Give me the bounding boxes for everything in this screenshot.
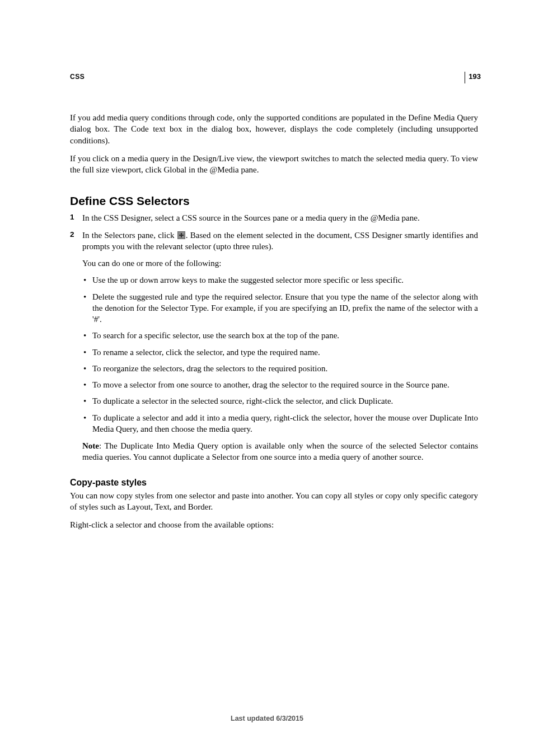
step-number: 2: [70, 230, 74, 240]
list-item: To search for a specific selector, use t…: [82, 330, 478, 341]
numbered-steps: 1 In the CSS Designer, select a CSS sour…: [70, 212, 478, 269]
step-1: 1 In the CSS Designer, select a CSS sour…: [70, 212, 478, 223]
step-2-follow: You can do one or more of the following:: [82, 258, 478, 269]
list-item: Use the up or down arrow keys to make th…: [82, 274, 478, 286]
svg-rect-3: [179, 235, 184, 236]
list-item: To move a selector from one source to an…: [82, 379, 478, 390]
bullet-list: Use the up or down arrow keys to make th…: [82, 274, 478, 435]
intro-paragraph-2: If you click on a media query in the Des…: [70, 153, 478, 176]
heading-copy-paste-styles: Copy-paste styles: [70, 478, 478, 488]
intro-paragraph-1: If you add media query conditions throug…: [70, 112, 478, 146]
step-2: 2 In the Selectors pane, click . Based o…: [70, 230, 478, 269]
step-text: In the CSS Designer, select a CSS source…: [82, 213, 420, 222]
page-number: 193: [465, 72, 481, 83]
list-item: To reorganize the selectors, drag the se…: [82, 363, 478, 374]
step-text-before: In the Selectors pane, click: [82, 231, 177, 240]
list-item: To duplicate a selector and add it into …: [82, 412, 478, 435]
list-item: Delete the suggested rule and type the r…: [82, 291, 478, 325]
copy-paragraph-1: You can now copy styles from one selecto…: [70, 490, 478, 513]
copy-paragraph-2: Right-click a selector and choose from t…: [70, 519, 478, 530]
note-label: Note: [82, 441, 99, 450]
heading-define-css-selectors: Define CSS Selectors: [70, 194, 478, 208]
page: 193 CSS If you add media query condition…: [0, 0, 534, 756]
plus-icon: [177, 231, 185, 242]
list-item: To rename a selector, click the selector…: [82, 347, 478, 358]
list-item: To duplicate a selector in the selected …: [82, 395, 478, 407]
footer-last-updated: Last updated 6/3/2015: [0, 715, 534, 722]
note-text: : The Duplicate Into Media Query option …: [82, 441, 478, 461]
step-number: 1: [70, 212, 74, 222]
note-paragraph: Note: The Duplicate Into Media Query opt…: [82, 440, 478, 463]
section-label: CSS: [70, 73, 478, 81]
